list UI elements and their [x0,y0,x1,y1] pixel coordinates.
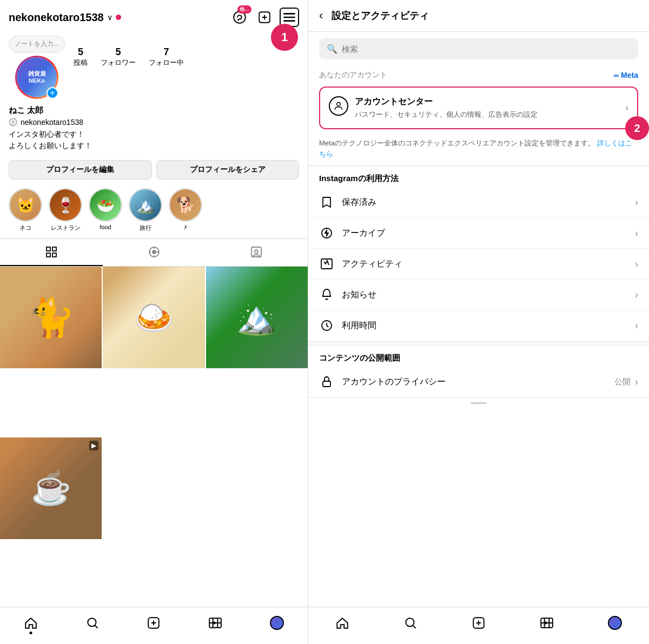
username-area: nekonekotaro1538 ∨ [9,11,121,24]
content-visibility-title: コンテンツの公開範囲 [308,346,649,367]
highlight-neko[interactable]: 🐱 ネコ [9,188,42,232]
svg-marker-14 [214,621,217,625]
highlight-travel[interactable]: 🏔️ 旅行 [129,188,162,232]
followers-label: フォロワー [101,58,136,68]
your-account-label: あなたのアカウント [319,70,387,80]
left-panel: nekonekotaro1538 ∨ 他… [0,0,308,644]
right-search-icon [403,616,418,630]
video-icon: ▶ [89,441,98,450]
right-nav-add[interactable] [445,613,513,633]
settings-item-notifications[interactable]: お知らせ › [308,280,649,310]
bio-text: インスタ初心者です！ よろしくお願いします！ [9,129,299,151]
settings-item-archive[interactable]: アーカイブ › [308,218,649,249]
svg-rect-6 [52,253,56,257]
notification-chevron: › [635,289,638,301]
meta-desc-text: Metaのテクノロジー全体のコネクテッドエクスペリエアカウント設定を管理できます… [319,139,595,147]
tab-grid[interactable] [0,239,103,266]
stat-following: 7 フォロー中 [149,47,184,68]
nav-add[interactable] [123,613,185,633]
grid-icon [45,245,58,258]
bio-line2: よろしくお願いします！ [9,141,92,150]
privacy-chevron: › [635,376,638,388]
add-story-button[interactable]: + [47,87,58,99]
add-post-button[interactable] [255,8,274,27]
highlight-food[interactable]: 🥗 food [89,188,122,232]
highlight-label-food: food [100,224,111,230]
nav-search[interactable] [62,613,123,633]
right-profile-avatar [608,616,622,630]
online-dot [116,15,121,20]
note-bubble: ノートを入力... 雑貨屋NEKo + [9,36,65,99]
home-active-dot [29,632,32,634]
nav-reels[interactable] [184,613,246,633]
account-center-icon [329,96,348,116]
right-reels-icon [540,616,554,630]
dropdown-icon[interactable]: ∨ [107,13,112,22]
grid-cell-3[interactable]: 🏔️ [206,267,308,368]
grid-img-4: ☕ [0,437,102,539]
share-profile-button[interactable]: プロフィールをシェア [156,160,300,180]
right-home-icon [335,616,349,630]
settings-item-activity[interactable]: アクティビティ › [308,249,649,280]
right-nav-profile[interactable] [581,613,649,633]
handle-row: nekonekotaro1538 [9,118,299,127]
svg-marker-23 [545,621,549,625]
tab-tagged[interactable] [205,239,308,266]
grid-cell-2[interactable]: 🍛 [103,267,204,368]
right-nav-reels[interactable] [513,613,581,633]
threads-button[interactable]: 他… [230,8,249,27]
photo-grid: 🐈 🍛 🏔️ ☕ ▶ [0,267,308,607]
edit-profile-button[interactable]: プロフィールを編集 [9,160,152,180]
highlight-img-restaurant: 🍷 [50,189,81,221]
highlight-more[interactable]: 🐕 ﾒ [169,188,202,232]
posts-count: 5 [78,47,83,58]
settings-item-saved[interactable]: 保存済み › [308,187,649,218]
settings-item-privacy[interactable]: アカウントのプライバシー 公開 › [308,367,649,397]
settings-divider [308,341,649,346]
search-input[interactable] [342,44,631,54]
highlight-restaurant[interactable]: 🍷 レストラン [49,188,82,232]
account-center-card[interactable]: アカウントセンター パスワード、セキュリティ、個人の情報、広告表示の設定 › 2 [319,87,638,129]
right-nav-search[interactable] [376,613,445,633]
highlight-circle-travel: 🏔️ [129,188,162,222]
highlight-label-restaurant: レストラン [51,224,81,232]
back-button[interactable]: ‹ [319,9,323,23]
stat-posts: 5 投稿 [74,47,88,68]
archive-icon [319,225,334,241]
grid-cell-4[interactable]: ☕ ▶ [0,437,102,539]
svg-point-2 [9,118,16,125]
account-center-title: アカウントセンター [355,96,619,108]
highlight-img-neko: 🐱 [10,189,41,221]
svg-rect-9 [251,247,261,257]
archive-chevron: › [635,228,638,239]
right-topbar: ‹ 設定とアクティビティ [308,0,649,32]
highlight-circle-neko: 🐱 [9,188,42,222]
left-topbar: nekonekotaro1538 ∨ 他… [0,0,308,31]
threads-handle-icon [9,118,17,127]
meta-description: Metaのテクノロジー全体のコネクテッドエクスペリエアカウント設定を管理できます… [308,135,649,166]
grid-cell-1[interactable]: 🐈 [0,267,102,368]
highlight-circle-food: 🥗 [89,188,122,222]
grid-img-2: 🍛 [103,267,204,368]
svg-rect-5 [47,253,50,257]
svg-point-11 [88,618,96,626]
display-name: ねこ 太郎 [9,105,299,116]
right-panel: ‹ 設定とアクティビティ 🔍 あなたのアカウント ∞ Meta アカウントセンタ… [308,0,649,644]
highlight-img-travel: 🏔️ [130,189,161,221]
scroll-hint [471,402,487,404]
tab-reels[interactable] [103,239,206,266]
activity-chevron: › [635,258,638,270]
highlight-label-neko: ネコ [19,224,31,232]
search-bar[interactable]: 🔍 [319,38,638,59]
time-label: 利用時間 [342,320,635,331]
highlight-circle-restaurant: 🍷 [49,188,82,222]
following-count: 7 [164,47,169,58]
instagram-usage-title: Instagramの利用方法 [308,166,649,187]
nav-home[interactable] [0,613,62,633]
svg-rect-3 [47,247,50,251]
right-nav-home[interactable] [308,613,376,633]
settings-item-time[interactable]: 利用時間 › [308,310,649,341]
right-title: 設定とアクティビティ [332,9,429,22]
nav-profile[interactable] [246,613,308,633]
profile-avatar [270,616,284,630]
